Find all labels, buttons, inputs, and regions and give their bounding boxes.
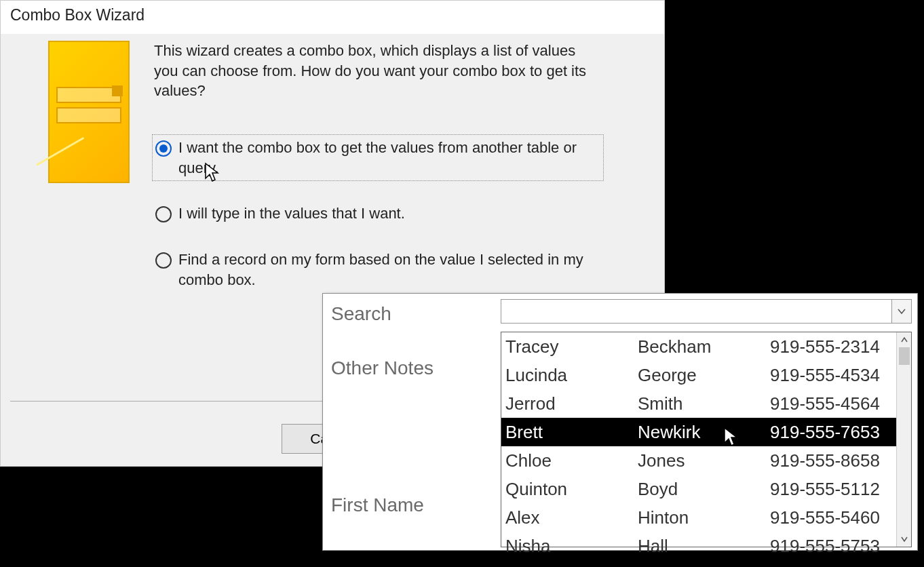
list-item[interactable]: LucindaGeorge919-555-4534: [501, 361, 896, 389]
cell-first: Lucinda: [505, 365, 638, 386]
label-search: Search: [331, 303, 434, 325]
combo-dropdown-button[interactable]: [891, 299, 912, 324]
cell-phone: 919-555-5112: [770, 479, 896, 500]
cell-first: Chloe: [505, 450, 638, 471]
dialog-title: Combo Box Wizard: [1, 1, 664, 34]
scroll-up-button[interactable]: [897, 332, 911, 347]
cell-phone: 919-555-5753: [770, 536, 896, 557]
cell-first: Quinton: [505, 479, 638, 500]
radio-label: I will type in the values that I want.: [178, 203, 405, 224]
radio-icon: [155, 252, 172, 269]
chevron-down-icon: [898, 307, 906, 315]
list-item[interactable]: JerrodSmith919-555-4564: [501, 389, 896, 418]
label-first-name: First Name: [331, 494, 434, 516]
cell-first: Tracey: [505, 336, 638, 357]
cell-last: Newkirk: [638, 422, 770, 443]
search-combo-input[interactable]: [501, 299, 906, 324]
scroll-thumb[interactable]: [899, 347, 910, 365]
form-panel: Search Other Notes First Name TraceyBeck…: [322, 293, 918, 551]
cell-last: Beckham: [638, 336, 770, 357]
radio-option-table-query[interactable]: I want the combo box to get the values f…: [154, 136, 602, 179]
cell-last: Hinton: [638, 507, 770, 528]
cell-first: Brett: [505, 422, 638, 443]
list-item[interactable]: TraceyBeckham919-555-2314: [501, 332, 896, 361]
combo-dropdown-list: TraceyBeckham919-555-2314LucindaGeorge91…: [501, 332, 912, 547]
radio-option-find-record[interactable]: Find a record on my form based on the va…: [154, 248, 602, 291]
cell-phone: 919-555-5460: [770, 507, 896, 528]
list-item[interactable]: AlexHinton919-555-5460: [501, 503, 896, 532]
scrollbar[interactable]: [896, 332, 911, 547]
cell-last: Jones: [638, 450, 770, 471]
list-item[interactable]: BrettNewkirk919-555-7653: [501, 418, 896, 446]
cell-phone: 919-555-8658: [770, 450, 896, 471]
wizard-intro-text: This wizard creates a combo box, which d…: [154, 41, 602, 101]
cell-phone: 919-555-2314: [770, 336, 896, 357]
list-item[interactable]: NishaHall919-555-5753: [501, 532, 896, 560]
radio-icon: [155, 140, 172, 157]
cell-phone: 919-555-4534: [770, 365, 896, 386]
cell-last: Hall: [638, 536, 770, 557]
list-item[interactable]: QuintonBoyd919-555-5112: [501, 475, 896, 503]
cell-last: George: [638, 365, 770, 386]
list-item[interactable]: ChloeJones919-555-8658: [501, 446, 896, 475]
label-other-notes: Other Notes: [331, 357, 434, 379]
wizard-illustration: [48, 41, 130, 183]
radio-label: Find a record on my form based on the va…: [178, 250, 600, 290]
cell-last: Smith: [638, 393, 770, 414]
cell-first: Alex: [505, 507, 638, 528]
cell-first: Jerrod: [505, 393, 638, 414]
cell-phone: 919-555-4564: [770, 393, 896, 414]
scroll-down-button[interactable]: [897, 532, 911, 547]
cell-phone: 919-555-7653: [770, 422, 896, 443]
cell-last: Boyd: [638, 479, 770, 500]
radio-label: I want the combo box to get the values f…: [178, 138, 594, 178]
radio-icon: [155, 206, 172, 222]
cell-first: Nisha: [505, 536, 638, 557]
radio-option-type-values[interactable]: I will type in the values that I want.: [154, 202, 602, 225]
